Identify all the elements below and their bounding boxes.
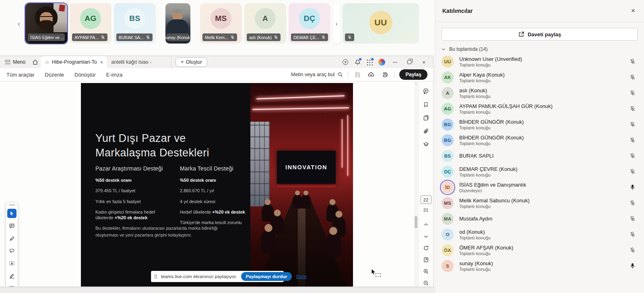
video-tile[interactable]: MS Melik Kem... [200, 3, 242, 44]
in-meeting-section-header[interactable]: Bu toplantıda (14) [442, 46, 644, 52]
scrollbar-thumb[interactable] [415, 216, 417, 228]
zoom-in-button[interactable] [422, 267, 430, 275]
page-thumbnails-button[interactable] [422, 114, 430, 122]
participant-row[interactable]: İD İSİAS Eğitim ve Danışmanlık Düzenleyi… [435, 179, 644, 195]
restore-button[interactable] [403, 56, 415, 68]
video-tile[interactable]: BS BURAK SA... [114, 3, 156, 44]
draw-tool-button[interactable] [7, 246, 17, 256]
edit-menu-item[interactable]: Düzenle [45, 72, 64, 78]
mic-muted-icon[interactable] [629, 168, 636, 175]
highlight-tool-button[interactable] [7, 234, 17, 243]
previous-page-button[interactable] [422, 220, 430, 229]
zoom-out-button[interactable] [422, 279, 430, 287]
participant-row[interactable]: AK Alper Kaya (Konuk) Toplantı konuğu [435, 69, 644, 85]
tab-document-active[interactable]: ☆ Hibe-Programlari-To... × [41, 56, 107, 68]
mic-on-icon[interactable] [629, 262, 636, 270]
current-page-input[interactable]: 22 [421, 195, 431, 204]
slide-column: Marka Tescil Desteği%50 destek oranı2.86… [180, 165, 252, 230]
mic-muted-icon[interactable] [629, 247, 636, 254]
menu-button[interactable]: Menü [0, 59, 29, 65]
tab-document-inactive[interactable]: antetli kağıt isias - [107, 56, 171, 68]
tools-menu-item[interactable]: Tüm araçlar [6, 72, 34, 78]
notifications-button[interactable] [353, 57, 362, 67]
mic-muted-icon [146, 35, 150, 39]
close-window-button[interactable]: × [418, 56, 430, 68]
toolbar-right: Metin veya araç bul Paylaş [291, 69, 427, 80]
snapshot-tool-button[interactable] [7, 284, 17, 287]
find-button[interactable]: Metin veya araç bul [291, 72, 343, 77]
filmstrip-prev-button[interactable]: ‹ [14, 18, 23, 29]
comment-tool-button[interactable] [7, 221, 17, 231]
participant-row[interactable]: A aslı (Konuk) Toplantı konuğu [435, 85, 644, 101]
video-tile[interactable]: › [333, 3, 340, 44]
share-button[interactable]: Paylaş [399, 69, 427, 80]
vertical-scrollbar[interactable]: ^ [414, 81, 418, 287]
document-area: Yurt Dışı Pazar ve Markalaşma Destekleri… [0, 81, 433, 287]
comments-panel-button[interactable] [422, 87, 430, 95]
mic-muted-icon [274, 35, 278, 39]
apps-button[interactable] [365, 57, 374, 67]
slide-detail-line: Hedef ülkelerde +%20 ek destek [180, 209, 252, 215]
participant-row[interactable]: S sunay (Konuk) Toplantı konuğu [435, 258, 644, 274]
home-button[interactable] [29, 56, 41, 68]
mic-muted-icon[interactable] [629, 231, 636, 238]
participant-row[interactable]: BG BİHDER GÜNGÖR (Konuk) Toplantı konuğu [435, 116, 644, 132]
layers-panel-button[interactable] [422, 140, 430, 148]
ai-assistant-button[interactable] [377, 57, 386, 67]
video-tile[interactable]: İSİAS Eğitim ve ... [25, 3, 67, 44]
video-tile[interactable]: A aslı (Konuk) [244, 3, 286, 44]
participant-row[interactable]: MA Mustafa Aydın [435, 211, 644, 227]
star-icon[interactable]: ☆ [45, 59, 50, 65]
video-tile[interactable]: DÇ DEMAR ÇE... [289, 3, 330, 44]
participant-row[interactable]: AG AYPAM PAMUK-GÜLŞAH GÜR (Konuk) Toplan… [435, 101, 644, 116]
mic-muted-icon[interactable] [629, 58, 636, 65]
help-button[interactable]: ? [341, 57, 350, 67]
participant-name: Unknown User (Unverified) [459, 56, 629, 62]
avatar: MS [442, 197, 454, 209]
participant-row[interactable]: MS Melik Kemal Sabuncu (Konuk) Toplantı … [435, 195, 644, 211]
video-tile[interactable]: UU [343, 3, 419, 44]
print-button[interactable] [380, 70, 389, 79]
video-tile[interactable]: sunay (Konuk) [165, 3, 190, 44]
mic-muted-icon[interactable] [629, 74, 636, 81]
mic-muted-icon[interactable] [629, 121, 636, 128]
share-invite-button[interactable]: Daveti paylaş [442, 28, 638, 41]
participant-row[interactable]: UU Unknown User (Unverified) Toplantı ko… [435, 54, 644, 69]
create-button[interactable]: + Oluştur [175, 57, 207, 67]
fit-page-button[interactable] [422, 256, 430, 264]
bookmarks-panel-button[interactable] [422, 100, 430, 108]
save-button[interactable] [353, 70, 362, 79]
attachments-panel-button[interactable] [422, 127, 430, 135]
hide-banner-link[interactable]: Gizle [296, 274, 306, 279]
mic-muted-icon[interactable] [629, 89, 636, 97]
chevron-up-icon [423, 222, 429, 227]
mic-muted-icon[interactable] [629, 137, 636, 144]
participant-row[interactable]: O od (Konuk) Toplantı konuğu [435, 227, 644, 242]
mic-muted-icon[interactable] [629, 199, 636, 207]
convert-menu-item[interactable]: Dönüştür [74, 72, 96, 78]
rotate-page-button[interactable] [422, 244, 430, 252]
avatar: AK [442, 71, 454, 83]
banner-drag-handle[interactable] [155, 274, 157, 279]
drag-handle[interactable] [9, 204, 15, 206]
scroll-up-arrow[interactable]: ^ [414, 82, 418, 86]
mic-muted-icon[interactable] [629, 105, 636, 112]
mic-on-icon[interactable] [629, 184, 636, 191]
select-tool-button[interactable] [7, 209, 17, 218]
minimize-button[interactable] [389, 56, 401, 68]
stop-sharing-button[interactable]: Paylaşmayı durdur [241, 272, 292, 281]
tab-close-icon[interactable]: × [99, 59, 104, 65]
participant-row[interactable]: DÇ DEMAR ÇEVRE (Konuk) Toplantı konuğu [435, 164, 644, 179]
add-text-tool-button[interactable] [7, 259, 17, 268]
mic-muted-icon[interactable] [629, 152, 636, 160]
participant-row[interactable]: BS BURAK SAPLI [435, 148, 644, 164]
sign-tool-button[interactable] [7, 271, 17, 281]
participant-row[interactable]: ÖA ÖMER AFŞAR (Konuk) Toplantı konuğu [435, 242, 644, 258]
video-tile[interactable]: AG AYPAM PA... [70, 3, 111, 44]
mic-muted-icon[interactable] [629, 215, 636, 222]
next-page-button[interactable] [422, 232, 430, 240]
upload-cloud-button[interactable] [367, 70, 376, 79]
esign-menu-item[interactable]: E-imza [106, 72, 122, 78]
participant-row[interactable]: BG BİHDER GÜNGÖR (Konuk) Toplantı konuğu [435, 132, 644, 148]
close-panel-icon[interactable]: × [631, 7, 635, 15]
